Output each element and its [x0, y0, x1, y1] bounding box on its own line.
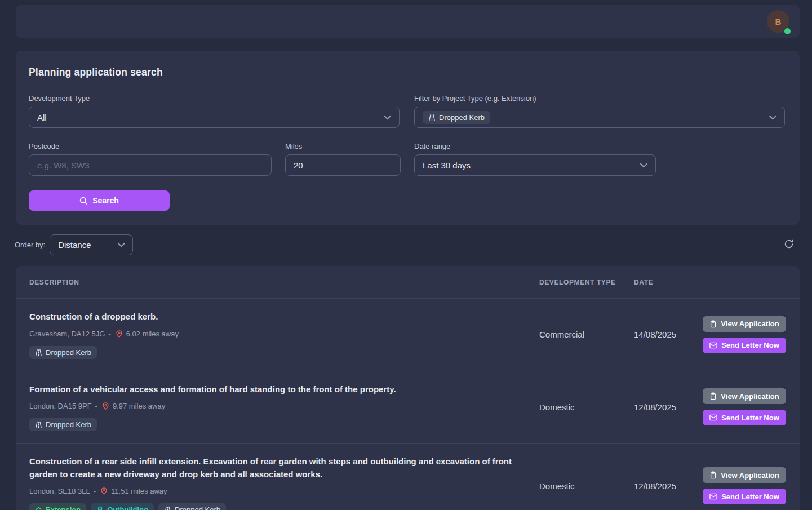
- table-body: Construction of a dropped kerb. Gravesha…: [16, 299, 800, 510]
- date-range-field: Date range Last 30 days: [414, 142, 656, 176]
- search-icon: [79, 197, 88, 205]
- table-row: Construction of a dropped kerb. Gravesha…: [16, 299, 800, 371]
- send-letter-label: Send Letter Now: [721, 341, 779, 349]
- tag-dropped-kerb: Dropped Kerb: [29, 346, 97, 359]
- send-letter-button[interactable]: Send Letter Now: [703, 410, 786, 425]
- date-range-label: Date range: [414, 142, 656, 150]
- project-type-field: Filter by Project Type (e.g. Extension) …: [414, 94, 785, 128]
- tag-extension: Extension: [29, 503, 86, 510]
- application-description: Formation of a vehicular access and form…: [29, 383, 528, 396]
- location-separator: -: [95, 402, 97, 410]
- search-button-label: Search: [92, 196, 119, 205]
- development-type-label: Development Type: [29, 94, 400, 103]
- top-bar: B: [16, 5, 800, 38]
- description-cell: Construction of a dropped kerb. Gravesha…: [29, 311, 539, 359]
- view-application-label: View Application: [721, 320, 779, 328]
- distance-text: 9.97 miles away: [113, 402, 165, 410]
- road-icon: [428, 114, 436, 121]
- project-type-chip-label: Dropped Kerb: [439, 113, 485, 122]
- page-title: Planning application search: [29, 66, 785, 78]
- clipboard-icon: [709, 471, 717, 479]
- view-application-label: View Application: [721, 392, 779, 401]
- chevron-down-icon: [769, 115, 776, 120]
- date-cell: 12/08/2025: [634, 481, 703, 491]
- application-location: Gravesham, DA12 5JG: [29, 330, 105, 338]
- road-icon: [35, 349, 42, 356]
- header-description: DESCRIPTION: [29, 278, 539, 286]
- send-letter-button[interactable]: Send Letter Now: [703, 489, 786, 504]
- actions-cell: View Application Send Letter Now: [703, 467, 786, 504]
- envelope-icon: [709, 414, 717, 421]
- refresh-icon: [783, 238, 795, 251]
- send-letter-label: Send Letter Now: [721, 414, 779, 422]
- application-location: London, SE18 3LL: [29, 487, 90, 495]
- order-bar: Order by: Distance: [15, 234, 800, 255]
- road-icon: [164, 506, 171, 510]
- tree-icon: [96, 506, 104, 510]
- tag-list: Dropped Kerb: [29, 418, 528, 431]
- tag-label: Dropped Kerb: [46, 420, 91, 429]
- search-button[interactable]: Search: [29, 190, 170, 211]
- send-letter-button[interactable]: Send Letter Now: [703, 338, 786, 353]
- location-line: Gravesham, DA12 5JG - 6.02 miles away: [29, 330, 528, 338]
- tag-label: Extension: [46, 505, 81, 510]
- envelope-icon: [709, 342, 717, 349]
- clipboard-icon: [709, 320, 717, 328]
- table-row: Formation of a vehicular access and form…: [16, 371, 800, 444]
- actions-cell: View Application Send Letter Now: [703, 316, 786, 353]
- view-application-button[interactable]: View Application: [703, 467, 786, 483]
- location-pin-icon: [116, 330, 123, 338]
- distance-text: 6.02 miles away: [126, 330, 179, 338]
- online-status-dot: [784, 28, 791, 34]
- development-type-value: All: [37, 113, 47, 122]
- tag-outbuilding: Outbuilding: [91, 503, 154, 510]
- description-cell: Formation of a vehicular access and form…: [29, 383, 539, 432]
- actions-cell: View Application Send Letter Now: [703, 388, 786, 425]
- view-application-label: View Application: [721, 471, 779, 480]
- development-type-select[interactable]: All: [29, 107, 400, 128]
- order-by-label: Order by:: [15, 241, 45, 249]
- chevron-down-icon: [640, 163, 647, 168]
- project-type-select[interactable]: Dropped Kerb: [414, 107, 785, 128]
- development-type-cell: Domestic: [539, 481, 634, 491]
- header-date: DATE: [634, 278, 703, 286]
- miles-label: Miles: [285, 142, 401, 150]
- application-description: Construction of a rear side infill exten…: [29, 455, 528, 481]
- postcode-input[interactable]: [29, 154, 272, 176]
- project-type-label: Filter by Project Type (e.g. Extension): [414, 94, 785, 103]
- tag-list: Dropped Kerb: [29, 346, 528, 359]
- location-line: London, DA15 9PF - 9.97 miles away: [29, 402, 528, 410]
- view-application-button[interactable]: View Application: [703, 316, 786, 332]
- description-cell: Construction of a rear side infill exten…: [29, 455, 539, 510]
- tag-label: Dropped Kerb: [46, 348, 91, 357]
- location-separator: -: [94, 487, 96, 495]
- results-table: DESCRIPTION DEVELOPMENT TYPE DATE Constr…: [16, 266, 800, 510]
- postcode-field: Postcode: [29, 142, 272, 176]
- clipboard-icon: [709, 392, 717, 400]
- header-development-type: DEVELOPMENT TYPE: [539, 278, 634, 286]
- development-type-field: Development Type All: [29, 94, 400, 128]
- house-icon: [35, 506, 42, 510]
- location-pin-icon: [102, 402, 109, 410]
- distance-text: 11.51 miles away: [111, 487, 167, 495]
- avatar-letter: B: [775, 17, 782, 26]
- project-type-chip[interactable]: Dropped Kerb: [423, 111, 490, 124]
- location-pin-icon: [100, 487, 108, 495]
- development-type-cell: Domestic: [539, 402, 634, 412]
- envelope-icon: [709, 493, 717, 500]
- date-range-select[interactable]: Last 30 days: [414, 154, 656, 176]
- tag-label: Outbuilding: [107, 505, 148, 510]
- location-line: London, SE18 3LL - 11.51 miles away: [29, 487, 528, 495]
- planning-search-panel: Planning application search Development …: [16, 51, 800, 225]
- road-icon: [35, 421, 42, 428]
- date-cell: 14/08/2025: [634, 330, 703, 339]
- view-application-button[interactable]: View Application: [703, 388, 786, 404]
- refresh-button[interactable]: [782, 238, 796, 252]
- order-by-value: Distance: [58, 240, 91, 250]
- user-avatar[interactable]: B: [767, 10, 789, 33]
- postcode-label: Postcode: [29, 142, 272, 150]
- date-range-value: Last 30 days: [423, 161, 471, 170]
- miles-input[interactable]: [285, 154, 401, 176]
- miles-field: Miles: [285, 142, 401, 176]
- order-by-select[interactable]: Distance: [50, 234, 133, 255]
